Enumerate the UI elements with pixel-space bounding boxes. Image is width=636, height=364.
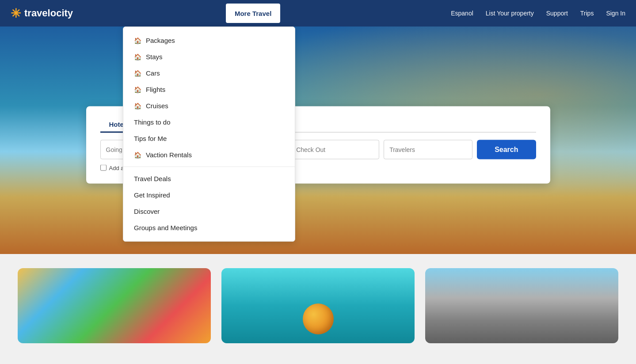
dropdown-item-things-to-do[interactable]: Things to do: [123, 114, 295, 130]
dropdown-item-discover[interactable]: Discover: [123, 203, 295, 220]
dropdown-label-vacation-rentals: Vaction Rentals: [146, 151, 192, 159]
check-out-input[interactable]: [290, 140, 379, 159]
logo-star-icon: ✳: [11, 6, 21, 21]
dropdown-item-get-inspired[interactable]: Get Inspired: [123, 187, 295, 203]
packages-icon: 🏠: [134, 37, 141, 44]
dropdown-label-get-inspired: Get Inspired: [134, 191, 170, 199]
dropdown-item-cruises[interactable]: 🏠 Cruises: [123, 98, 295, 114]
logo-text: travelocity: [24, 8, 73, 19]
dropdown-label-groups: Groups and Meetings: [134, 224, 197, 231]
dropdown-label-cruises: Cruises: [146, 102, 168, 110]
hero-section: Hotel Package To Do Cruise Search Add a …: [0, 27, 636, 254]
cars-icon: 🏠: [134, 70, 141, 77]
add-flight-checkbox[interactable]: [100, 165, 107, 171]
flights-icon: 🏠: [134, 86, 141, 93]
dropdown-label-stays: Stays: [146, 53, 163, 61]
pool-beach-ball: [303, 303, 334, 334]
more-travel-button[interactable]: More Travel: [226, 4, 280, 23]
dropdown-label-travel-deals: Travel Deals: [134, 175, 171, 182]
dropdown-item-travel-deals[interactable]: Travel Deals: [123, 171, 295, 187]
dropdown-label-flights: Flights: [146, 86, 165, 93]
dropdown-item-flights[interactable]: 🏠 Flights: [123, 81, 295, 98]
vacation-rentals-icon: 🏠: [134, 152, 141, 159]
more-travel-dropdown: 🏠 Packages 🏠 Stays 🏠 Cars 🏠 Flights 🏠 Cr…: [123, 27, 295, 242]
support-link[interactable]: Support: [546, 10, 568, 17]
travelers-input[interactable]: [384, 140, 472, 159]
list-property-link[interactable]: List Your property: [486, 10, 534, 17]
dropdown-label-discover: Discover: [134, 208, 160, 215]
search-button[interactable]: Search: [477, 140, 536, 159]
dropdown-label-cars: Cars: [146, 69, 160, 77]
dropdown-divider: [123, 167, 295, 167]
cruises-icon: 🏠: [134, 102, 141, 110]
sign-in-link[interactable]: Sign In: [606, 10, 625, 17]
dropdown-item-tips[interactable]: Tips for Me: [123, 130, 295, 147]
dropdown-label-packages: Packages: [146, 37, 175, 44]
dropdown-label-tips: Tips for Me: [134, 135, 167, 142]
header-links: Espanol List Your property Support Trips…: [451, 10, 625, 17]
header-nav: More Travel: [226, 4, 280, 23]
card-pool[interactable]: [221, 268, 415, 343]
stays-icon: 🏠: [134, 53, 141, 61]
dropdown-item-packages[interactable]: 🏠 Packages: [123, 32, 295, 49]
dropdown-item-stays[interactable]: 🏠 Stays: [123, 49, 295, 65]
dropdown-label-things-to-do: Things to do: [134, 118, 171, 126]
card-colorful-city[interactable]: [18, 268, 211, 343]
dropdown-item-groups[interactable]: Groups and Meetings: [123, 220, 295, 236]
card-mountain[interactable]: [425, 268, 618, 343]
dropdown-item-cars[interactable]: 🏠 Cars: [123, 65, 295, 81]
header: ✳ travelocity More Travel Espanol List Y…: [0, 0, 636, 27]
espanol-link[interactable]: Espanol: [451, 10, 473, 17]
logo: ✳ travelocity: [11, 6, 73, 21]
bottom-section: [0, 254, 636, 357]
dropdown-item-vacation-rentals[interactable]: 🏠 Vaction Rentals: [123, 147, 295, 163]
trips-link[interactable]: Trips: [580, 10, 594, 17]
